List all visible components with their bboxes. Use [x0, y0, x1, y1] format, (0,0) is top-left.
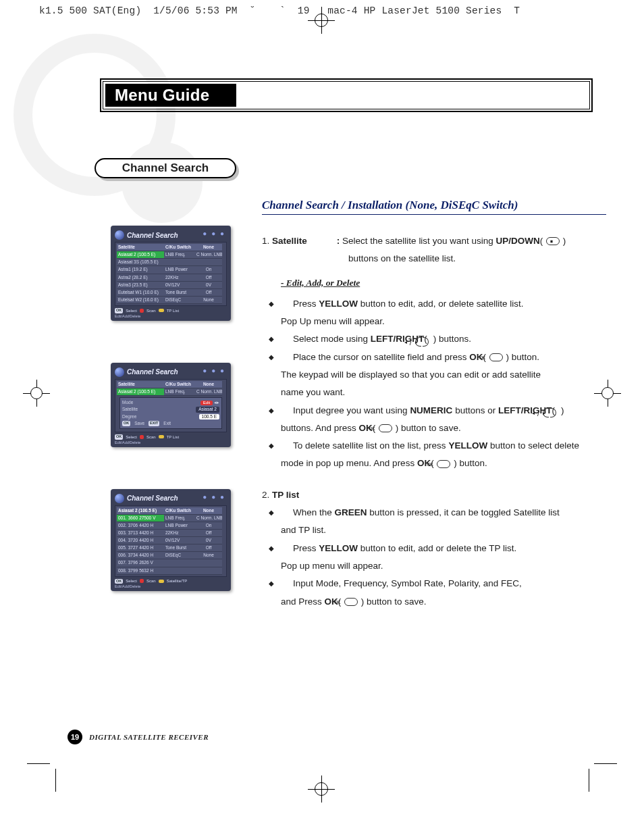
- c: Tone Burst: [164, 544, 195, 552]
- c: 3799: [128, 568, 138, 574]
- dots-icon: ● ● ●: [203, 367, 225, 374]
- col-h: C/Ku Switch: [164, 381, 195, 388]
- c: 3713: [128, 530, 138, 536]
- foot-tp: Satellite/TP: [167, 579, 188, 583]
- c: 006.: [118, 553, 127, 558]
- lbl: Mode: [122, 400, 133, 406]
- cell: Asiasat 3S (105.5 E): [117, 259, 164, 266]
- orb-icon: [115, 367, 124, 377]
- b5: To delete satellite list on the list, pr…: [281, 437, 606, 455]
- foot-select: Select: [126, 579, 137, 583]
- c: 3660: [128, 515, 138, 521]
- ok-chip: OK: [122, 421, 130, 426]
- b3: Place the cursor on satellite field and …: [281, 349, 606, 366]
- c: 4420: [139, 545, 149, 551]
- cell: LNB Power: [164, 266, 195, 274]
- c: [164, 567, 195, 575]
- c: 3720: [128, 538, 138, 543]
- page-number: 19: [68, 730, 82, 744]
- ok-icon: [379, 424, 392, 432]
- col-h: Satellite: [117, 244, 164, 251]
- c: 0V/12V: [164, 537, 195, 544]
- col-h: None: [195, 381, 222, 388]
- val: 100.5 E: [199, 414, 219, 419]
- c: 3727: [128, 545, 138, 551]
- cell: Asiasat 2 (100.5 E): [117, 388, 164, 396]
- c2: Press YELLOW button to edit, add or dele…: [281, 540, 606, 557]
- b2: Select mode using LEFT/RIGHT(/) buttons.: [281, 330, 606, 348]
- left-right-icon: /: [555, 406, 561, 415]
- section-title: Channel Search / Installation (None, DiS…: [262, 199, 606, 215]
- c: H: [151, 568, 154, 574]
- c: 3734: [128, 553, 138, 558]
- c3: Input Mode, Frequency, Symbol Rate, Pola…: [281, 575, 606, 592]
- foot-select: Select: [126, 435, 137, 439]
- step1: 1. Satellite : Select the satellite list…: [262, 232, 606, 250]
- c: V: [151, 560, 153, 565]
- cell: On: [195, 266, 222, 274]
- c: [195, 559, 222, 567]
- sat-name: Asiasat 2 (100.5 E): [117, 507, 164, 515]
- col-h: C/Ku Switch: [164, 244, 195, 251]
- val: Edit: [200, 401, 213, 406]
- section-pill-label: Channel Search: [122, 161, 209, 175]
- col-h: C/Ku Switch: [164, 507, 195, 515]
- c: On: [195, 522, 222, 530]
- c3-cont: and Press OK( ) button to save.: [281, 593, 606, 611]
- b4: Input degree you want using NUMERIC butt…: [281, 402, 606, 419]
- b5-cont: mode in pop up menu. And press OK( ) but…: [281, 455, 606, 472]
- foot-scan: Scan: [146, 309, 156, 313]
- c: 4420: [139, 538, 149, 543]
- ok-icon: [344, 598, 358, 606]
- ok-chip: OK: [115, 434, 123, 440]
- foot-scan: Scan: [146, 579, 156, 583]
- footer-label: DIGITAL SATELLITE RECEIVER: [89, 733, 209, 741]
- foot-sub: Edit/Add/Delete: [115, 314, 227, 318]
- banner: Menu Guide: [93, 78, 606, 116]
- cell: Eutelsat W1 (10.0 E): [117, 289, 164, 297]
- foot-tp: TP List: [167, 435, 180, 439]
- cell: LNB Freq.: [164, 251, 195, 259]
- cell: None: [195, 297, 222, 304]
- cell: Tone Burst: [164, 289, 195, 297]
- dots-icon: ● ● ●: [203, 230, 225, 237]
- cell: Off: [195, 274, 222, 282]
- c: DiSEqC: [164, 552, 195, 559]
- ss1-title: Channel Search: [127, 232, 178, 239]
- c: 4420: [139, 530, 149, 536]
- b3-cont: The keypad will be displayed so that you…: [281, 366, 606, 384]
- c: 3706: [128, 523, 138, 528]
- c: 005.: [118, 545, 127, 551]
- c: 4420: [139, 553, 149, 558]
- dots-icon: ● ● ●: [203, 493, 225, 501]
- crop-bl-h: [27, 763, 50, 764]
- red-chip: [140, 435, 144, 439]
- red-chip: [140, 309, 144, 313]
- c: H: [151, 553, 154, 558]
- device-screenshot-3: Channel Search ● ● ● Asiasat 2 (100.5 E)…: [111, 489, 231, 592]
- cell: 0V: [195, 282, 222, 289]
- print-header: k1.5 500 SAT(Eng) 1/5/06 5:53 PM ˘ ` 19 …: [39, 5, 520, 16]
- yel-chip: [159, 309, 164, 312]
- c: H: [151, 523, 154, 528]
- ss2-title: Channel Search: [127, 368, 178, 376]
- crop-bl-v: [55, 769, 56, 792]
- foot-scan: Scan: [146, 435, 156, 439]
- ok-icon: [489, 353, 503, 361]
- b1-cont: Pop Up menu will appear.: [281, 313, 606, 330]
- c: 3796: [128, 560, 138, 565]
- cell: [164, 259, 195, 266]
- reg-left-c: [30, 387, 43, 399]
- c1: When the GREEN button is pressed, it can…: [281, 504, 606, 522]
- c: [164, 559, 195, 567]
- lbl: Exit: [163, 421, 171, 426]
- col-h: LNB Freq.: [164, 515, 195, 522]
- val: Asiasat 2: [196, 407, 219, 412]
- right-column: Channel Search / Installation (None, DiS…: [248, 199, 606, 633]
- foot-sub: Edit/Add/Delete: [115, 584, 227, 588]
- section-pill: Channel Search: [95, 158, 238, 180]
- c: 003.: [118, 530, 127, 536]
- c: None: [195, 552, 222, 559]
- edit-popup: ModeEdit ◂▸ SatelliteAsiasat 2 Degree100…: [119, 397, 222, 429]
- col-h: C Norm. LNBF: [195, 515, 222, 522]
